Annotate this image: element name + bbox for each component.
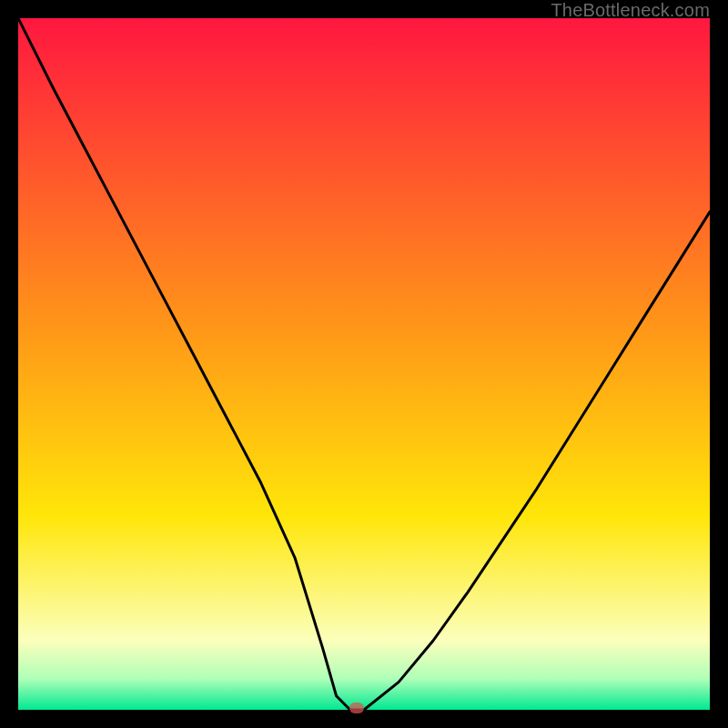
optimal-point-marker — [349, 703, 364, 713]
chart-frame — [18, 18, 710, 710]
bottleneck-chart — [18, 18, 710, 710]
watermark-label: TheBottleneck.com — [551, 0, 710, 21]
gradient-background — [18, 18, 710, 710]
